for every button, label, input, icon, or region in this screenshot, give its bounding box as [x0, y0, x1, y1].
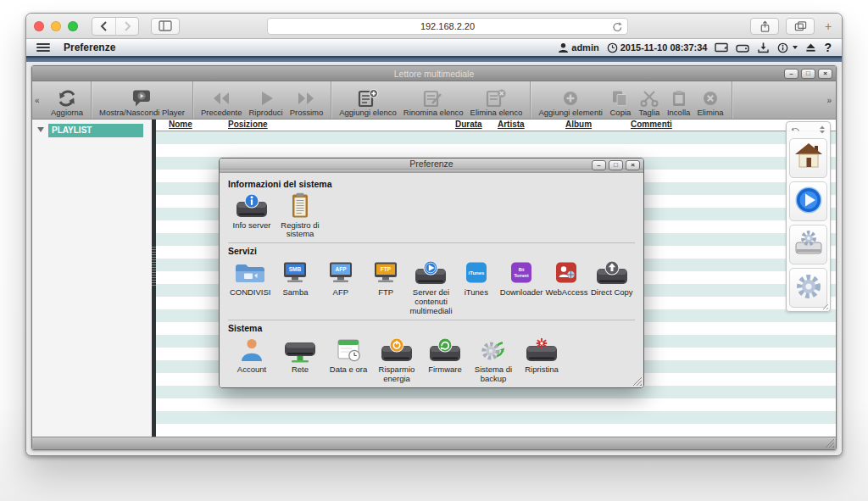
- pref-item-firmware[interactable]: Firmware: [421, 335, 469, 375]
- pref-item-afp[interactable]: AFPAFP: [319, 258, 363, 298]
- pref-item-label: Risparmio energia: [373, 365, 420, 384]
- pref-item-registro-di-sistema[interactable]: Registro di sistema: [276, 191, 324, 240]
- minimize-button[interactable]: –: [784, 69, 798, 79]
- pref-item-risparmio-energia[interactable]: Risparmio energia: [373, 335, 420, 384]
- preferences-titlebar[interactable]: Preferenze –□×: [220, 159, 643, 170]
- svg-text:FTP: FTP: [381, 266, 392, 272]
- firmware-icon: [428, 335, 462, 365]
- info-menu[interactable]: [777, 42, 798, 53]
- close-button[interactable]: ×: [818, 69, 832, 79]
- help-button[interactable]: ?: [824, 41, 832, 54]
- svg-text:Bit: Bit: [519, 267, 525, 272]
- close-button[interactable]: ×: [626, 160, 640, 170]
- sidebar-toggle-button[interactable]: [151, 18, 180, 35]
- pref-item-label: CONDIVISI: [230, 288, 271, 298]
- share-button[interactable]: [750, 18, 779, 35]
- system-log-icon: [283, 191, 317, 220]
- toolbar-button-rinomina-elenco: Rinomina elenco: [400, 81, 467, 119]
- palette-buttons: [789, 138, 827, 308]
- pref-item-info-server[interactable]: Info server: [228, 191, 275, 231]
- column-header-commenti[interactable]: Commenti: [631, 120, 672, 129]
- user-name: admin: [571, 42, 598, 53]
- pref-item-sistema-di-backup[interactable]: Sistema di backup: [470, 335, 517, 384]
- column-header-posizione[interactable]: Posizione: [228, 120, 268, 129]
- pref-item-server-dei-contenuti-multimediali[interactable]: Server dei contenuti multimediali: [409, 258, 453, 316]
- palette-button-media-server[interactable]: [789, 225, 827, 264]
- eject-button[interactable]: [805, 42, 816, 53]
- toolbar-group: Mostra/Nascondi Player: [92, 81, 193, 119]
- toolbar-expand-right[interactable]: »: [826, 96, 832, 105]
- sidebar-item-playlist[interactable]: PLAYLIST: [48, 124, 143, 137]
- column-header-nome[interactable]: Nome: [169, 120, 192, 129]
- pref-item-label: Account: [237, 365, 266, 375]
- pref-item-account[interactable]: Account: [228, 335, 275, 375]
- forward-button[interactable]: [115, 18, 138, 35]
- page-top-strip: [26, 58, 842, 62]
- expander-triangle-icon[interactable]: [37, 127, 44, 132]
- column-header-album[interactable]: Album: [565, 120, 592, 129]
- pref-item-label: Ripristina: [525, 365, 559, 375]
- display-button[interactable]: [715, 42, 728, 53]
- toolbar-button-label: Mostra/Nascondi Player: [99, 108, 185, 117]
- back-button[interactable]: [92, 18, 115, 35]
- pref-item-ripristina[interactable]: Ripristina: [518, 335, 565, 375]
- window-resize-grip[interactable]: [825, 438, 834, 448]
- palette-button-player[interactable]: [789, 181, 827, 221]
- webaccess-icon: [549, 258, 583, 287]
- pref-item-rete[interactable]: Rete: [276, 335, 324, 375]
- page-background: Lettore multimediale –□× « AggiornaMostr…: [26, 58, 842, 456]
- maximize-button[interactable]: □: [801, 69, 815, 79]
- close-window-button[interactable]: [34, 21, 44, 31]
- palette-button-home[interactable]: [789, 138, 827, 178]
- share-icon: [759, 20, 771, 33]
- playlist-sidebar: PLAYLIST: [32, 120, 152, 437]
- pref-item-ftp[interactable]: FTPFTP: [364, 258, 408, 298]
- pref-item-itunes[interactable]: iTunesiTunes: [454, 258, 498, 298]
- quick-launch-palette: [786, 121, 831, 312]
- column-header-artista[interactable]: Artista: [498, 120, 525, 129]
- palette-button-settings[interactable]: [789, 268, 827, 308]
- reload-icon[interactable]: [611, 21, 622, 34]
- minimize-button[interactable]: –: [592, 160, 606, 170]
- toolbar-button-precedente: Precedente: [198, 81, 246, 119]
- pref-item-data-e-ora[interactable]: Data e ora: [325, 335, 372, 375]
- toolbar-button-label: Copia: [610, 108, 632, 117]
- svg-text:iTunes: iTunes: [468, 270, 485, 276]
- pref-item-label: Samba: [282, 288, 308, 298]
- pref-item-webaccess[interactable]: WebAccess: [544, 258, 588, 298]
- toolbar-group: PrecedenteRiproduciProssimo: [193, 81, 331, 119]
- download-button[interactable]: [757, 42, 770, 53]
- nav-buttons: [92, 17, 139, 36]
- maximize-button[interactable]: □: [609, 160, 623, 170]
- tabs-overview-button[interactable]: [786, 18, 815, 35]
- media-server-icon: [414, 258, 448, 287]
- zoom-window-button[interactable]: [68, 21, 78, 31]
- media-player-titlebar[interactable]: Lettore multimediale –□×: [32, 66, 836, 81]
- pref-item-label: Registro di sistema: [276, 221, 324, 240]
- user-menu[interactable]: admin: [558, 42, 598, 53]
- toolbar-button-elimina-elenco: Elimina elenco: [467, 81, 526, 119]
- pref-item-direct-copy[interactable]: Direct Copy: [590, 258, 634, 298]
- pref-item-condivisi[interactable]: CONDIVISI: [228, 258, 272, 298]
- menu-icon[interactable]: [36, 42, 50, 53]
- sort-handle-icon[interactable]: [819, 125, 826, 134]
- undo-icon[interactable]: [791, 125, 800, 134]
- toolbar-collapse-left[interactable]: «: [35, 96, 40, 105]
- pref-item-samba[interactable]: SMBSamba: [273, 258, 317, 298]
- toolbar-button-mostra-nascondi-player[interactable]: Mostra/Nascondi Player: [96, 81, 188, 119]
- safari-window: 192.168.2.20 + Preferenze admin: [25, 13, 843, 456]
- toolbar-button-aggiorna[interactable]: Aggiorna: [47, 81, 86, 119]
- pref-item-label: WebAccess: [545, 288, 587, 298]
- address-bar[interactable]: 192.168.2.20: [267, 18, 628, 35]
- monitor-icon: FTP: [369, 258, 403, 287]
- player-toggle-icon: [131, 88, 153, 108]
- pref-item-label: FTP: [378, 288, 393, 298]
- new-tab-button[interactable]: +: [821, 19, 835, 33]
- disk-button[interactable]: [736, 42, 749, 53]
- toolbar-button-aggiungi-elenco[interactable]: Aggiungi elenco: [336, 81, 400, 119]
- toolbar-group: Aggiorna: [43, 81, 92, 119]
- column-header-durata[interactable]: Durata: [455, 120, 482, 129]
- pref-item-downloader[interactable]: BitTorrentDownloader: [499, 258, 543, 298]
- minimize-window-button[interactable]: [51, 21, 61, 31]
- page-title: Preferenze: [64, 42, 115, 53]
